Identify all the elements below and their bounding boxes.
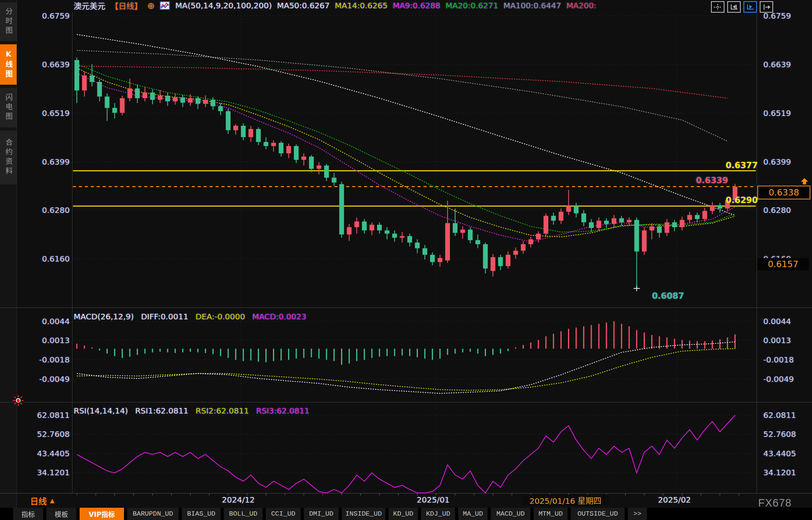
trading-app-window: 分时图 K线图 闪电图 合约资料 澳元美元 【日线】 ⊕ MA(50,14,9,…	[0, 0, 812, 520]
tab-macd[interactable]: MACD_UD	[491, 508, 530, 520]
axis-value-label: 52.7608	[763, 430, 796, 438]
rsi-title[interactable]: RSI(14,14,14)	[74, 406, 128, 416]
axis-value-label: 34.1201	[763, 468, 796, 477]
price-chart-canvas[interactable]	[0, 0, 812, 520]
period-selector[interactable]: 日线 ▲	[30, 495, 55, 507]
axis-value-label: 0.6759	[763, 11, 791, 20]
axis-value-label: 0.6399	[763, 158, 791, 166]
rsi1-value: RSI1:62.0811	[135, 406, 189, 416]
axis-value-label: 0.6519	[763, 109, 791, 118]
price-up-arrow-icon	[799, 178, 810, 185]
rsi-panel-header: RSI(14,14,14) RSI1:62.0811 RSI2:62.0811 …	[74, 406, 309, 416]
axis-value-label: 0.6519	[33, 109, 70, 118]
axis-value-label: 0.0013	[33, 336, 70, 345]
axis-value-label: -0.0018	[33, 355, 70, 364]
tab-barupdn[interactable]: BARUPDN_UD	[127, 508, 179, 520]
tab-ma[interactable]: MA_UD	[458, 508, 488, 520]
axis-value-label: 0.6280	[33, 206, 70, 214]
axis-value-label: 43.4405	[763, 449, 796, 458]
low-wick-price-label: 0.6087	[652, 291, 684, 301]
tab-bias[interactable]: BIAS_UD	[182, 508, 221, 520]
axis-value-label: 0.6399	[33, 158, 70, 166]
tabbar-pad	[0, 508, 13, 520]
axis-value-label: 62.0811	[33, 411, 70, 419]
tab-dmi[interactable]: DMI_UD	[304, 508, 339, 520]
tab-kdj[interactable]: KDJ_UD	[421, 508, 455, 520]
rsi3-value: RSI3:62.0811	[256, 406, 310, 416]
current-price-tag: 0.6338	[757, 186, 810, 199]
axis-value-label: -0.0018	[763, 355, 794, 364]
axis-value-label: 0.0044	[33, 317, 70, 326]
selected-date-box[interactable]: 2025/01/16 星期四	[522, 495, 609, 506]
tab-boll[interactable]: BOLL_UD	[224, 508, 263, 520]
axis-value-label: 34.1201	[33, 468, 70, 477]
date-label-feb: 2025/02	[658, 495, 691, 505]
tab-indicator[interactable]: 指标	[13, 508, 43, 520]
axis-value-label: 52.7608	[33, 430, 70, 438]
tab-outside[interactable]: OUTSIDE_UD	[571, 508, 625, 520]
date-label-dec: 2024/12	[222, 495, 255, 505]
support-price-label: 0.6290	[726, 195, 758, 205]
period-up-arrow-icon: ▲	[50, 497, 55, 504]
tab-kd[interactable]: KD_UD	[389, 508, 418, 520]
macd-dea-value: DEA:-0.0000	[195, 312, 245, 321]
axis-value-label: 62.0811	[763, 411, 796, 419]
resistance-price-label: 0.6377	[726, 161, 758, 170]
tab-more[interactable]: >>	[628, 508, 647, 520]
axis-value-label: -0.0049	[763, 375, 794, 383]
session-low-tag: 0.6157	[757, 258, 809, 270]
current-price-line-label: 0.6339	[696, 176, 728, 185]
macd-panel-header: MACD(26,12,9) DIFF:0.0011 DEA:-0.0000 MA…	[74, 312, 306, 321]
axis-value-label: 43.4405	[33, 449, 70, 458]
tab-cci[interactable]: CCI_UD	[266, 508, 301, 520]
macd-diff-value: DIFF:0.0011	[141, 312, 188, 321]
axis-value-label: 0.0013	[763, 336, 791, 345]
tab-template[interactable]: 模板	[46, 508, 76, 520]
axis-value-label: 0.6639	[33, 60, 70, 69]
indicator-tabbar: 指标 模板 VIP指标 BARUPDN_UD BIAS_UD BOLL_UD C…	[0, 508, 812, 520]
axis-value-label: -0.0049	[33, 375, 70, 383]
macd-title[interactable]: MACD(26,12,9)	[74, 312, 134, 321]
tab-mtm[interactable]: MTM_UD	[534, 508, 568, 520]
axis-value-label: 0.6759	[33, 11, 70, 20]
rsi2-value: RSI2:62.0811	[196, 406, 249, 416]
axis-value-label: 0.6639	[763, 60, 791, 69]
axis-value-label: 0.0044	[763, 317, 791, 326]
date-label-jan: 2025/01	[417, 495, 450, 505]
axis-value-label: 0.6280	[763, 206, 791, 214]
macd-macd-value: MACD:0.0023	[252, 312, 307, 321]
tab-vip-indicator[interactable]: VIP指标	[80, 508, 124, 520]
axis-value-label: 0.6160	[33, 254, 70, 263]
tab-inside[interactable]: INSIDE_UD	[342, 508, 385, 520]
